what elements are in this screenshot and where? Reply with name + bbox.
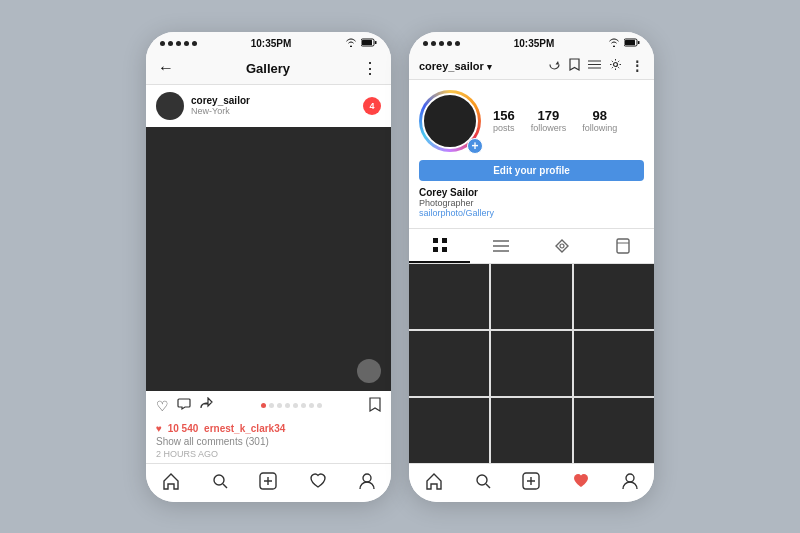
battery-icon-2 xyxy=(624,38,640,49)
grid-cell-5[interactable] xyxy=(491,331,571,396)
svg-point-27 xyxy=(477,475,487,485)
like-button[interactable]: ♡ xyxy=(156,398,169,414)
stat-posts: 156 posts xyxy=(493,108,515,133)
svg-point-24 xyxy=(560,244,564,248)
post-time: 2 HOURS AGO xyxy=(156,449,381,459)
chevron-down-icon: ▾ xyxy=(487,62,492,72)
profile-bio: Corey Sailor Photographer sailorphoto/Ga… xyxy=(419,187,644,218)
grid-cell-7[interactable] xyxy=(409,398,489,463)
post-actions: ♡ xyxy=(146,391,391,421)
svg-rect-25 xyxy=(617,239,629,253)
settings-icon[interactable] xyxy=(609,58,622,74)
status-icons-1 xyxy=(345,38,377,49)
grid-view-tab[interactable] xyxy=(409,229,470,263)
svg-rect-1 xyxy=(362,40,372,45)
tagged-view-tab[interactable] xyxy=(532,229,593,263)
share-button[interactable] xyxy=(199,397,213,414)
battery-icon xyxy=(361,38,377,49)
profile-nav-bar: corey_sailor ▾ xyxy=(409,53,654,80)
dot-3 xyxy=(277,403,282,408)
more-button[interactable]: ⋮ xyxy=(362,59,379,78)
heart-icon-filled: ♥ xyxy=(156,423,162,434)
svg-rect-16 xyxy=(433,238,438,243)
svg-rect-17 xyxy=(442,238,447,243)
svg-rect-19 xyxy=(442,247,447,252)
post-comments-link[interactable]: Show all comments (301) xyxy=(156,436,381,447)
grid-cell-6[interactable] xyxy=(574,331,654,396)
refresh-icon[interactable] xyxy=(548,58,561,74)
dot-5 xyxy=(293,403,298,408)
posts-label: posts xyxy=(493,123,515,133)
status-bar-1: 10:35PM xyxy=(146,32,391,53)
home-tab-2[interactable] xyxy=(425,472,443,494)
svg-rect-10 xyxy=(625,40,635,45)
profile-nav-icons: ⋮ xyxy=(548,58,644,74)
post-username[interactable]: corey_sailor xyxy=(191,95,363,106)
likes-tab-2[interactable] xyxy=(572,473,590,493)
comment-button[interactable] xyxy=(177,397,191,414)
home-tab[interactable] xyxy=(162,472,180,494)
add-tab-2[interactable] xyxy=(522,472,540,494)
grid-cell-2[interactable] xyxy=(491,264,571,329)
profile-tab[interactable] xyxy=(359,472,375,494)
search-tab[interactable] xyxy=(212,473,228,493)
signal-dots xyxy=(160,41,197,46)
posts-count: 156 xyxy=(493,108,515,123)
svg-rect-11 xyxy=(638,41,640,44)
svg-point-15 xyxy=(614,62,618,66)
signal-dots-2 xyxy=(423,41,460,46)
grid-nav xyxy=(409,228,654,264)
photo-grid xyxy=(409,264,654,463)
profile-avatar-wrap: + xyxy=(419,90,481,152)
grid-cell-9[interactable] xyxy=(574,398,654,463)
svg-point-32 xyxy=(626,474,634,482)
post-header: corey_sailor New-York 4 xyxy=(146,85,391,127)
status-time-1: 10:35PM xyxy=(251,38,292,49)
profile-tab-2[interactable] xyxy=(622,472,638,494)
add-tab[interactable] xyxy=(259,472,277,494)
bookmark-icon-nav[interactable] xyxy=(569,58,580,74)
grid-cell-3[interactable] xyxy=(574,264,654,329)
dot-8 xyxy=(317,403,322,408)
svg-line-4 xyxy=(223,484,227,488)
followers-label: followers xyxy=(531,123,567,133)
bookmark-button[interactable] xyxy=(369,397,381,415)
bio-name: Corey Sailor xyxy=(419,187,644,198)
profile-username-nav[interactable]: corey_sailor ▾ xyxy=(419,60,542,72)
search-tab-2[interactable] xyxy=(475,473,491,493)
grid-cell-4[interactable] xyxy=(409,331,489,396)
status-time-2: 10:35PM xyxy=(514,38,555,49)
post-image-avatar xyxy=(357,359,381,383)
list-view-tab[interactable] xyxy=(470,229,531,263)
status-bar-2: 10:35PM xyxy=(409,32,654,53)
carousel-dots xyxy=(221,403,361,408)
phones-container: 10:35PM xyxy=(146,32,654,502)
likes-tab[interactable] xyxy=(309,473,327,493)
grid-cell-8[interactable] xyxy=(491,398,571,463)
list-icon-nav[interactable] xyxy=(588,59,601,73)
add-story-button[interactable]: + xyxy=(467,138,483,154)
svg-line-28 xyxy=(486,484,490,488)
status-icons-2 xyxy=(608,38,640,49)
dot-1 xyxy=(261,403,266,408)
back-button[interactable]: ← xyxy=(158,59,174,77)
wifi-icon xyxy=(345,38,357,49)
nav-title-gallery: Gallery xyxy=(174,61,362,76)
bio-link[interactable]: sailorphoto/Gallery xyxy=(419,208,644,218)
post-image xyxy=(146,127,391,391)
post-likes: ♥ 10 540 ernest_k_clark34 xyxy=(156,423,381,434)
more-icon-profile[interactable]: ⋮ xyxy=(630,58,644,74)
stat-following: 98 following xyxy=(582,108,617,133)
post-location: New-York xyxy=(191,106,363,116)
igtv-view-tab[interactable] xyxy=(593,229,654,263)
phone-profile: 10:35PM xyxy=(409,32,654,502)
svg-point-8 xyxy=(363,474,371,482)
notification-badge: 4 xyxy=(363,97,381,115)
phone-gallery: 10:35PM xyxy=(146,32,391,502)
edit-profile-button[interactable]: Edit your profile xyxy=(419,160,644,181)
following-label: following xyxy=(582,123,617,133)
followers-count: 179 xyxy=(531,108,567,123)
post-info: ♥ 10 540 ernest_k_clark34 Show all comme… xyxy=(146,421,391,463)
grid-cell-1[interactable] xyxy=(409,264,489,329)
svg-rect-18 xyxy=(433,247,438,252)
